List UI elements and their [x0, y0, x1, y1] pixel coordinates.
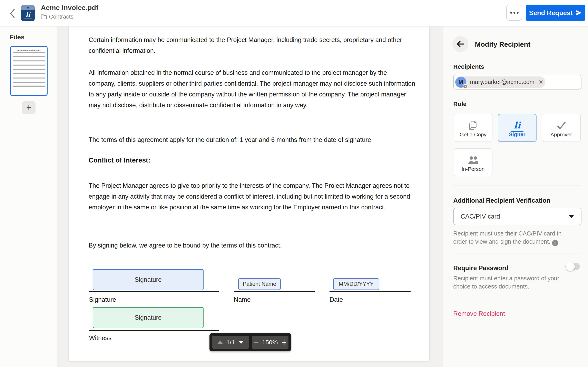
info-icon[interactable]: i — [552, 240, 558, 246]
plus-icon: + — [26, 103, 31, 113]
document-app-icon: li — [21, 5, 35, 21]
recipient-email: mary.parker@acme.com — [470, 79, 535, 85]
send-request-button[interactable]: Send Request — [526, 5, 585, 21]
top-header: li Acme Invoice.pdf Contracts Send Reque… — [0, 0, 588, 26]
signature-line — [89, 291, 219, 292]
panel-back-button[interactable] — [452, 36, 468, 52]
doc-paragraph: All information obtained in the normal c… — [89, 67, 415, 110]
signature-field-label: Signature — [135, 276, 162, 284]
document-page: Certain information may be communicated … — [69, 26, 429, 361]
files-sidebar: Files NON-DISCLOSURE AGREEMENT (NDA) + — [0, 26, 57, 367]
thumbnail-text-lines — [13, 52, 45, 88]
app-root: li Acme Invoice.pdf Contracts Send Reque… — [0, 0, 588, 367]
recipient-chip: M mary.parker@acme.com ✕ — [455, 76, 545, 88]
section-divider — [453, 185, 581, 186]
date-field[interactable]: MM/DD/YYYY — [333, 278, 379, 290]
role-card-signer-selected[interactable]: li Signer — [498, 114, 536, 142]
previous-page-button[interactable] — [217, 341, 223, 344]
zoom-controls-pill: 150% + — [252, 336, 288, 349]
copy-document-icon — [469, 121, 477, 131]
signature-logo-icon: li — [21, 11, 35, 18]
zoom-in-button[interactable]: + — [282, 338, 287, 346]
people-icon — [467, 156, 479, 164]
chevron-down-icon — [569, 215, 574, 218]
password-helper-text: Recipient must enter a password of your … — [453, 274, 574, 291]
recipient-status-badge — [463, 84, 467, 89]
role-card-label: In-Person — [462, 166, 485, 172]
require-password-toggle[interactable] — [566, 263, 580, 270]
recipients-label: Recipients — [453, 63, 484, 70]
witness-signature-field[interactable]: Signature — [93, 307, 204, 328]
date-field-placeholder: MM/DD/YYYY — [339, 281, 374, 287]
signature-field[interactable]: Signature — [93, 269, 204, 290]
breadcrumb: Contracts — [41, 13, 73, 20]
section-divider — [453, 298, 581, 298]
thumbnail-document-title: NON-DISCLOSURE AGREEMENT (NDA) — [13, 50, 45, 51]
name-field-placeholder: Patient Name — [243, 281, 276, 287]
role-card-in-person[interactable]: In-Person — [454, 148, 493, 176]
witness-line — [89, 330, 219, 331]
add-file-button[interactable]: + — [22, 101, 35, 114]
checkmark-icon — [557, 122, 566, 129]
role-label: Role — [453, 100, 467, 108]
doc-paragraph: By signing below, we agree to be bound b… — [89, 240, 415, 251]
witness-caption: Witness — [89, 334, 112, 342]
document-icon-dot — [27, 7, 29, 8]
toggle-knob — [566, 262, 575, 271]
verification-selected-value: CAC/PIV card — [461, 213, 500, 220]
name-field[interactable]: Patient Name — [238, 278, 281, 290]
remove-chip-icon[interactable]: ✕ — [539, 79, 543, 85]
chevron-left-icon — [9, 9, 15, 18]
role-card-label: Signer — [509, 131, 526, 138]
document-viewer: Certain information may be communicated … — [57, 26, 443, 367]
files-title: Files — [9, 33, 25, 41]
modify-recipient-panel: Modify Recipient Recipients M mary.parke… — [443, 26, 588, 367]
role-card-label: Get a Copy — [459, 132, 486, 138]
zoom-out-button[interactable] — [254, 342, 259, 343]
avatar-initial: M — [458, 79, 463, 85]
dot-icon — [513, 12, 515, 14]
send-badge-icon — [464, 85, 466, 88]
witness-field-label: Signature — [135, 314, 162, 321]
back-chevron-button[interactable] — [8, 8, 16, 19]
breadcrumb-label: Contracts — [49, 13, 73, 20]
doc-paragraph: Certain information may be communicated … — [89, 34, 415, 56]
verification-select[interactable]: CAC/PIV card — [453, 208, 581, 225]
recipient-avatar: M — [455, 77, 466, 88]
page-indicator: 1/1 — [226, 339, 235, 346]
date-line — [329, 291, 411, 292]
name-caption: Name — [234, 296, 251, 303]
role-card-label: Approver — [550, 132, 572, 138]
section-divider — [453, 253, 581, 253]
folder-icon — [41, 14, 47, 19]
verification-label: Additional Recipient Verification — [453, 197, 550, 204]
date-caption: Date — [329, 296, 343, 303]
send-request-label: Send Request — [529, 9, 572, 17]
dot-icon — [510, 12, 512, 14]
file-thumbnail-selected[interactable]: NON-DISCLOSURE AGREEMENT (NDA) — [10, 46, 48, 96]
name-line — [234, 291, 315, 292]
panel-title: Modify Recipient — [475, 40, 530, 48]
signer-li-icon: li — [511, 120, 523, 132]
arrow-left-icon — [456, 41, 465, 47]
role-card-get-a-copy[interactable]: Get a Copy — [454, 114, 493, 142]
paper-plane-icon — [576, 9, 582, 16]
next-page-button[interactable] — [238, 341, 244, 344]
more-options-button[interactable] — [506, 5, 522, 21]
signature-caption: Signature — [89, 296, 116, 303]
role-card-approver[interactable]: Approver — [542, 114, 581, 142]
doc-paragraph: The Project Manager agrees to give top p… — [89, 180, 415, 213]
file-title: Acme Invoice.pdf — [41, 4, 98, 12]
doc-paragraph: The terms of this agreement apply for th… — [89, 134, 415, 145]
recipients-input[interactable]: M mary.parker@acme.com ✕ — [453, 75, 581, 90]
page-zoom-toolbar: 1/1 150% + — [209, 333, 291, 351]
zoom-level: 150% — [262, 339, 278, 346]
remove-recipient-link[interactable]: Remove Recipient — [453, 310, 505, 317]
dot-icon — [517, 12, 519, 14]
require-password-label: Require Password — [453, 264, 508, 272]
verification-helper-text: Recipient must use their CAC/PIV card in… — [453, 229, 574, 246]
page-navigation-pill: 1/1 — [212, 336, 249, 349]
doc-heading-conflict-of-interest: Conflict of Interest: — [89, 156, 150, 164]
